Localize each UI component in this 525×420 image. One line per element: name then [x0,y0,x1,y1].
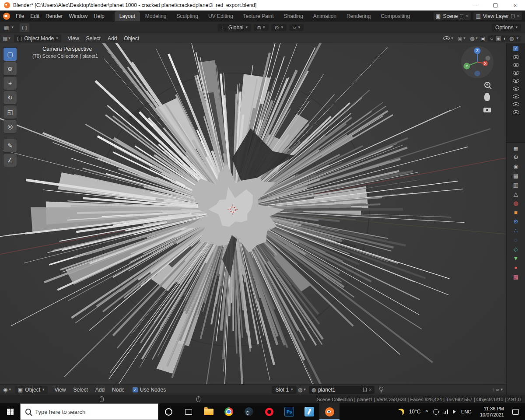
chrome-button[interactable] [219,403,239,420]
editor-type-icon[interactable]: ▦ [4,25,9,30]
tab-object-data[interactable]: ▼ [513,256,519,261]
menu-render[interactable]: Render [42,12,66,20]
search-input[interactable] [35,409,153,415]
tab-texture-paint[interactable]: Texture Paint [238,11,279,21]
proportional-editing-dropdown[interactable]: ○ ▾ [289,24,304,31]
tray-expand-icon[interactable]: ^ [425,409,428,415]
xray-toggle-icon[interactable]: ▣ [480,36,485,41]
visibility-eye-icon[interactable] [513,63,519,67]
menu-node[interactable]: Node [109,386,128,394]
menu-add[interactable]: Add [105,35,120,42]
shading-wireframe-icon[interactable]: ○ [490,36,493,41]
tool-annotate[interactable]: ✎ [4,139,17,152]
tab-texture[interactable]: ▩ [513,274,518,280]
menu-file[interactable]: File [13,12,27,20]
tool-rotate[interactable]: ↻ [4,91,17,104]
blender-logo[interactable] [3,13,10,20]
maximize-button[interactable] [486,0,505,10]
volume-icon[interactable] [453,410,458,414]
navigation-gizmo[interactable]: Z Y X [460,45,494,79]
new-material-icon[interactable] [363,388,367,392]
tab-object[interactable]: ■ [514,210,518,215]
tab-sculpting[interactable]: Sculpting [172,11,203,21]
menu-view[interactable]: View [65,35,82,42]
file-explorer-button[interactable] [199,403,219,420]
tab-physics[interactable]: ◌ [514,237,518,243]
tool-scale[interactable]: ◱ [4,105,17,119]
tab-scene[interactable]: △ [514,191,518,197]
tool-move[interactable]: + [4,77,17,90]
properties-editor-type-icon[interactable]: ▦ [514,146,518,151]
visibility-eye-icon[interactable] [513,87,519,91]
visibility-eye-icon[interactable] [513,110,519,114]
visibility-eye-icon[interactable] [513,55,519,59]
zoom-icon[interactable] [484,82,490,88]
collection-checkbox[interactable]: ✓ [513,46,518,51]
use-nodes-checkbox[interactable]: ✓ Use Nodes [133,387,166,393]
temperature[interactable]: 10°C [409,409,421,415]
menu-help[interactable]: Help [91,12,108,20]
minimize-button[interactable]: — [466,0,486,10]
menu-view[interactable]: View [52,386,69,394]
node-editor-type-icon[interactable]: ◉ [3,387,7,392]
gizmo-y-axis[interactable]: Y [466,64,468,68]
language-indicator[interactable]: ENG [461,409,472,414]
tab-material[interactable]: ● [514,265,518,270]
network-icon[interactable] [444,410,448,414]
tab-particles[interactable]: ∴ [514,228,518,234]
browse-material-icon[interactable]: ◍ [298,387,302,392]
steam-button[interactable] [239,403,259,420]
tab-output[interactable]: ▤ [513,173,518,178]
snap-toggle-dropdown[interactable]: U ▾ [254,24,268,31]
transform-orientation-dropdown[interactable]: ∟ Global ▾ [217,24,251,32]
visibility-eye-icon[interactable] [513,102,519,106]
tab-tool[interactable]: ⚙ [513,154,518,160]
visibility-eye-icon[interactable] [513,79,519,83]
tool-cursor[interactable]: ⊕ [4,62,17,75]
delete-scene-icon[interactable]: × [466,13,469,19]
menu-select[interactable]: Select [83,35,104,42]
cortana-button[interactable] [158,403,178,420]
tool-transform[interactable]: ◎ [4,120,17,133]
snap-target-dropdown[interactable]: ⊙ ▾ [271,24,287,31]
unlink-material-icon[interactable]: × [369,387,372,393]
shading-material-icon[interactable]: ◐ [504,36,507,41]
clock-tray-icon[interactable] [433,409,439,415]
tab-modifiers[interactable]: ⚙ [513,219,518,224]
task-view-button[interactable] [178,403,199,420]
mode-dropdown[interactable]: ▢ Object Mode ▾ [14,35,61,42]
viewport-3d[interactable]: ▢ ⊕ + ↻ ◱ ◎ ✎ ∠ Camera Perspective (70) … [0,43,506,384]
overlays-dropdown[interactable]: ◍ ▾ [470,36,478,41]
blender-taskbar-button[interactable] [319,403,340,420]
tab-layout[interactable]: Layout [115,11,140,21]
tab-world[interactable]: ◍ [513,200,518,206]
pin-icon[interactable] [379,387,383,391]
node-link-icon[interactable]: ∞ [496,387,500,392]
opera-button[interactable] [259,403,279,420]
tab-compositing[interactable]: Compositing [376,11,415,21]
gizmo-x-axis[interactable]: X [484,61,486,66]
active-tool-icon[interactable]: ▢ [20,23,29,32]
slot-dropdown[interactable]: Slot 1 ▾ [272,386,296,394]
camera-view-icon[interactable] [483,108,491,112]
options-dropdown[interactable]: Options ▾ [492,24,521,32]
tab-view-layer[interactable]: ▥ [513,182,518,188]
shading-solid-icon[interactable]: ● [496,36,500,41]
visibility-eye-icon[interactable] [513,94,519,98]
go-to-parent-icon[interactable]: ↑ [492,387,494,392]
app-button[interactable] [299,403,319,420]
gizmo-z-axis[interactable]: Z [476,49,479,53]
scene-selector[interactable]: ▣ Scene × [434,12,471,20]
close-button[interactable]: × [505,0,525,10]
shader-type-dropdown[interactable]: ▣ Object ▾ [15,386,48,394]
menu-add[interactable]: Add [92,386,108,394]
tab-animation[interactable]: Animation [308,11,341,21]
clock[interactable]: 11:36 PM 10/07/2021 [476,406,508,418]
new-scene-icon[interactable] [460,14,463,18]
weather-moon-icon[interactable] [398,409,404,415]
visibility-eye-icon[interactable] [513,71,519,75]
tab-modeling[interactable]: Modeling [140,11,172,21]
new-view-layer-icon[interactable] [511,14,514,18]
gizmos-dropdown[interactable]: ◎ ▾ [458,36,466,41]
shading-rendered-icon[interactable]: ◍ [509,36,514,41]
